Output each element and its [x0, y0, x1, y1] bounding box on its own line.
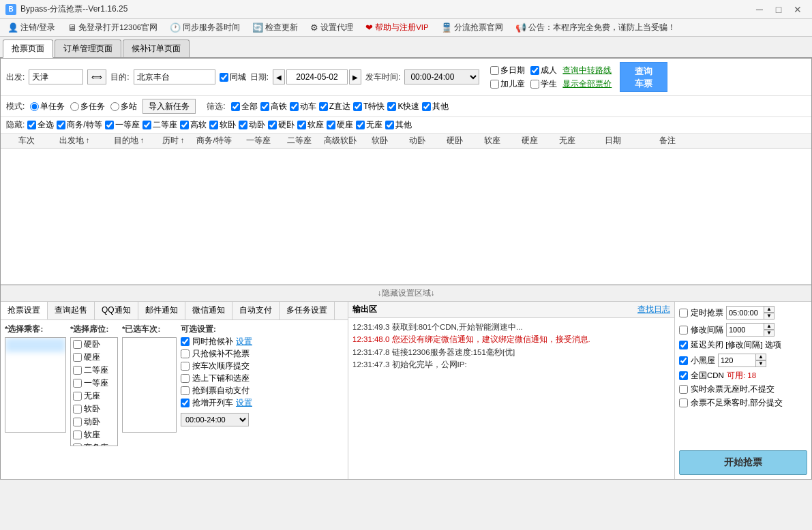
black-room-up-button[interactable]: ▲ — [755, 354, 766, 360]
waitlist-check[interactable] — [181, 337, 190, 346]
filter-all[interactable]: 全部 — [231, 101, 258, 112]
multi-date-check[interactable]: 多日期 — [490, 65, 525, 76]
tab-order-manage[interactable]: 订单管理页面 — [55, 40, 121, 57]
filter-z[interactable]: Z直达 — [319, 101, 350, 112]
seat-second[interactable]: 二等座 — [71, 364, 117, 377]
dest-input[interactable] — [134, 69, 215, 84]
auto-pay-check[interactable] — [181, 386, 190, 395]
hide-wuzuo[interactable]: 无座 — [356, 119, 382, 131]
filter-k[interactable]: K快速 — [387, 101, 419, 112]
sub-tab-qq-notify[interactable]: QQ通知 — [95, 302, 138, 319]
open12306-menu-item[interactable]: 🖥 免登录打开12306官网 — [65, 21, 160, 34]
timing-ticket-check[interactable] — [679, 309, 688, 317]
part-submit-check[interactable] — [679, 399, 688, 407]
passenger-item[interactable]: 乘客1 — [5, 338, 65, 352]
cdn-check[interactable] — [679, 371, 688, 380]
child-check[interactable]: 加儿童 — [490, 78, 525, 90]
black-room-input[interactable] — [718, 354, 755, 367]
hide-dongwo[interactable]: 动卧 — [239, 119, 265, 131]
date-prev-button[interactable]: ◀ — [273, 69, 285, 84]
minimize-button[interactable]: ─ — [751, 3, 768, 16]
filter-gaotie[interactable]: 高铁 — [260, 101, 287, 112]
show-all-price-link[interactable]: 显示全部票价 — [562, 78, 612, 90]
black-room-check[interactable] — [679, 356, 688, 365]
black-room-down-button[interactable]: ▼ — [755, 360, 766, 367]
maximize-button[interactable]: □ — [770, 3, 787, 16]
hide-all[interactable]: 全选 — [27, 119, 54, 131]
delay-close-check[interactable] — [679, 341, 688, 349]
check-update-menu-item[interactable]: 🔄 检查更新 — [250, 21, 300, 34]
sub-tab-email-notify[interactable]: 邮件通知 — [138, 302, 185, 319]
timing-down-button[interactable]: ▼ — [764, 313, 775, 319]
sub-tab-multitask-settings[interactable]: 多任务设置 — [280, 302, 335, 319]
seat-business[interactable]: 商务座 — [71, 441, 117, 446]
adult-check[interactable]: 成人 — [530, 65, 557, 76]
close-button[interactable]: ✕ — [789, 3, 807, 16]
modify-interval-check[interactable] — [679, 326, 688, 334]
seat-ruanwo[interactable]: 软卧 — [71, 403, 117, 416]
hide-other[interactable]: 其他 — [385, 119, 412, 131]
table-body — [1, 149, 811, 285]
hide-yingzuo[interactable]: 硬座 — [327, 119, 353, 131]
filter-dongche[interactable]: 动车 — [290, 101, 316, 112]
hide-ruanzuo[interactable]: 软座 — [297, 119, 324, 131]
berth-select-check[interactable] — [181, 374, 190, 383]
hide-first[interactable]: 一等座 — [105, 119, 140, 131]
seat-wuzuo[interactable]: 无座 — [71, 390, 117, 403]
hide-second[interactable]: 二等座 — [142, 119, 177, 131]
multi-station-radio[interactable]: 多站 — [110, 101, 137, 112]
hide-gaoruan[interactable]: 高软 — [180, 119, 207, 131]
proxy-menu-item[interactable]: ⚙ 设置代理 — [308, 21, 355, 34]
extra-train-check[interactable] — [181, 399, 190, 407]
extra-train-setting-link[interactable]: 设置 — [236, 398, 252, 408]
find-log-button[interactable]: 查找日志 — [637, 304, 670, 315]
hide-yingwo[interactable]: 硬卧 — [268, 119, 295, 131]
query-transfer-link[interactable]: 查询中转路线 — [562, 65, 612, 76]
import-task-button[interactable]: 导入新任务 — [142, 99, 196, 114]
tab-waitlist[interactable]: 候补订单页面 — [123, 40, 190, 57]
waitlist-setting-link[interactable]: 设置 — [236, 337, 252, 347]
filter-other[interactable]: 其他 — [422, 101, 449, 112]
seat-dongwo[interactable]: 动卧 — [71, 416, 117, 428]
sub-tab-wechat-notify[interactable]: 微信通知 — [185, 302, 232, 319]
start-grab-button[interactable]: 开始抢票 — [679, 450, 807, 475]
timing-ticket-input[interactable] — [726, 306, 764, 319]
depart-input[interactable] — [29, 69, 83, 84]
setting-order-submit: 按车次顺序提交 — [181, 361, 252, 371]
student-check[interactable]: 学生 — [530, 78, 557, 90]
interval-input[interactable] — [726, 323, 764, 337]
sub-tab-auto-pay[interactable]: 自动支付 — [232, 302, 280, 319]
single-task-radio[interactable]: 单任务 — [30, 101, 65, 112]
hide-business[interactable]: 商务/特等 — [57, 119, 102, 131]
seat-first[interactable]: 一等座 — [71, 377, 117, 390]
sub-tab-grab-settings[interactable]: 抢票设置 — [1, 302, 48, 319]
date-input[interactable] — [286, 69, 348, 84]
sub-tab-query-start[interactable]: 查询起售 — [48, 302, 95, 319]
order-submit-check[interactable] — [181, 362, 190, 371]
seat-yingwo[interactable]: 硬卧 — [71, 338, 117, 351]
seat-ruanzuo[interactable]: 软座 — [71, 428, 117, 441]
time-range-select[interactable]: 00:00-24:00 — [181, 413, 249, 426]
login-menu-item[interactable]: 👤 注销/登录 — [5, 21, 57, 34]
only-waitlist-check[interactable] — [181, 349, 190, 358]
multi-task-radio[interactable]: 多任务 — [70, 101, 105, 112]
timing-up-button[interactable]: ▲ — [764, 306, 775, 313]
date-next-button[interactable]: ▶ — [349, 69, 361, 84]
filter-t[interactable]: T特快 — [353, 101, 385, 112]
seat-yingzuo[interactable]: 硬座 — [71, 351, 117, 364]
interval-down-button[interactable]: ▼ — [764, 330, 775, 337]
realtime-noseat-check[interactable] — [679, 385, 688, 394]
tab-ticket-grab[interactable]: 抢票页面 — [3, 40, 53, 58]
official-menu-item[interactable]: 🚆 分流抢票官网 — [439, 21, 505, 34]
hidden-settings-bar[interactable]: ↓隐藏设置区域↓ — [1, 285, 811, 302]
vip-menu-item[interactable]: ❤ 帮助与注册VIP — [363, 21, 431, 34]
app-icon: B — [5, 4, 16, 15]
interval-up-button[interactable]: ▲ — [764, 323, 775, 330]
time-select[interactable]: 00:00-24:00 — [404, 69, 479, 84]
hide-ruanwo[interactable]: 软卧 — [209, 119, 236, 131]
window-controls: ─ □ ✕ — [751, 3, 807, 16]
swap-button[interactable]: ⟺ — [87, 69, 106, 84]
query-ticket-button[interactable]: 查询车票 — [620, 62, 667, 92]
sync-time-menu-item[interactable]: 🕐 同步服务器时间 — [168, 21, 242, 34]
same-city-check[interactable]: 同城 — [220, 72, 246, 83]
